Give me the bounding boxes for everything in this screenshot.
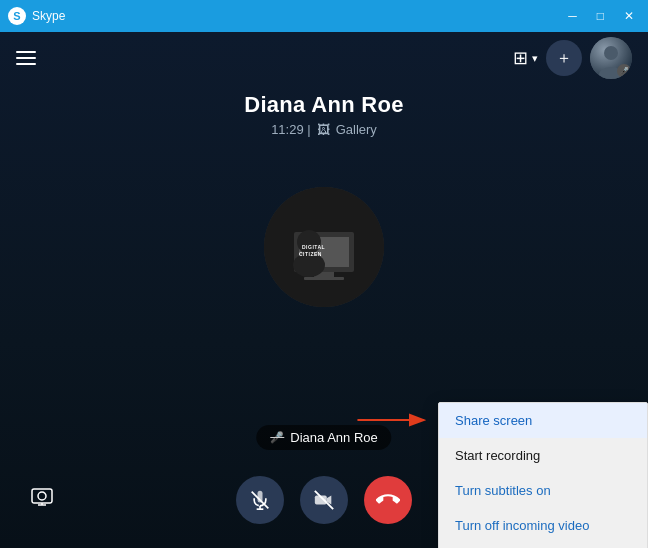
call-area: ⊞ ▾ ＋	[0, 32, 648, 548]
titlebar: S Skype ─ □ ✕	[0, 0, 648, 32]
app-title: Skype	[32, 9, 65, 23]
end-call-button[interactable]	[364, 476, 412, 524]
gallery-label: Gallery	[336, 122, 377, 137]
top-bar: ⊞ ▾ ＋	[0, 32, 648, 84]
svg-text:CITIZEN: CITIZEN	[299, 251, 322, 257]
svg-text:DIGITAL: DIGITAL	[302, 244, 325, 250]
menu-turn-off-video[interactable]: Turn off incoming video	[439, 508, 647, 543]
menu-share-screen[interactable]: Share screen	[439, 403, 647, 438]
video-toggle-button[interactable]	[300, 476, 348, 524]
start-recording-label: Start recording	[455, 448, 540, 463]
titlebar-left: S Skype	[8, 7, 65, 25]
layout-chevron: ▾	[532, 52, 538, 65]
caller-name: Diana Ann Roe	[244, 92, 404, 118]
context-menu: Share screen Start recording Turn subtit…	[438, 402, 648, 548]
menu-hold-call[interactable]: Hold call	[439, 543, 647, 548]
silhouette: DIGITAL CITIZEN	[264, 187, 384, 307]
mic-badge: 🎤	[617, 64, 631, 78]
titlebar-controls: ─ □ ✕	[562, 8, 640, 24]
mute-button[interactable]	[236, 476, 284, 524]
close-button[interactable]: ✕	[618, 8, 640, 24]
share-screen-label: Share screen	[455, 413, 532, 428]
turn-subtitles-label: Turn subtitles on	[455, 483, 551, 498]
svg-point-1	[604, 46, 618, 60]
skype-logo: S	[8, 7, 26, 25]
caller-avatar: DIGITAL CITIZEN	[264, 187, 384, 307]
layout-button[interactable]: ⊞ ▾	[513, 47, 538, 69]
user-avatar-thumbnail[interactable]: 🎤	[590, 37, 632, 79]
add-person-button[interactable]: ＋	[546, 40, 582, 76]
top-bar-right: ⊞ ▾ ＋	[513, 37, 632, 79]
add-person-icon: ＋	[556, 48, 572, 69]
svg-rect-7	[304, 277, 344, 280]
turn-off-video-label: Turn off incoming video	[455, 518, 589, 533]
name-tag: 🎤 Diana Ann Roe	[256, 425, 391, 450]
maximize-button[interactable]: □	[591, 8, 610, 24]
svg-rect-20	[315, 495, 327, 504]
call-time: 11:29 |	[271, 122, 311, 137]
name-tag-mic-icon: 🎤	[270, 431, 284, 444]
call-info: Diana Ann Roe 11:29 | 🖼 Gallery	[244, 92, 404, 137]
name-tag-label: Diana Ann Roe	[290, 430, 377, 445]
minimize-button[interactable]: ─	[562, 8, 583, 24]
layout-icon: ⊞	[513, 47, 528, 69]
menu-start-recording[interactable]: Start recording	[439, 438, 647, 473]
menu-turn-subtitles[interactable]: Turn subtitles on	[439, 473, 647, 508]
hamburger-menu[interactable]	[16, 51, 36, 65]
call-meta: 11:29 | 🖼 Gallery	[244, 122, 404, 137]
gallery-icon: 🖼	[317, 122, 330, 137]
